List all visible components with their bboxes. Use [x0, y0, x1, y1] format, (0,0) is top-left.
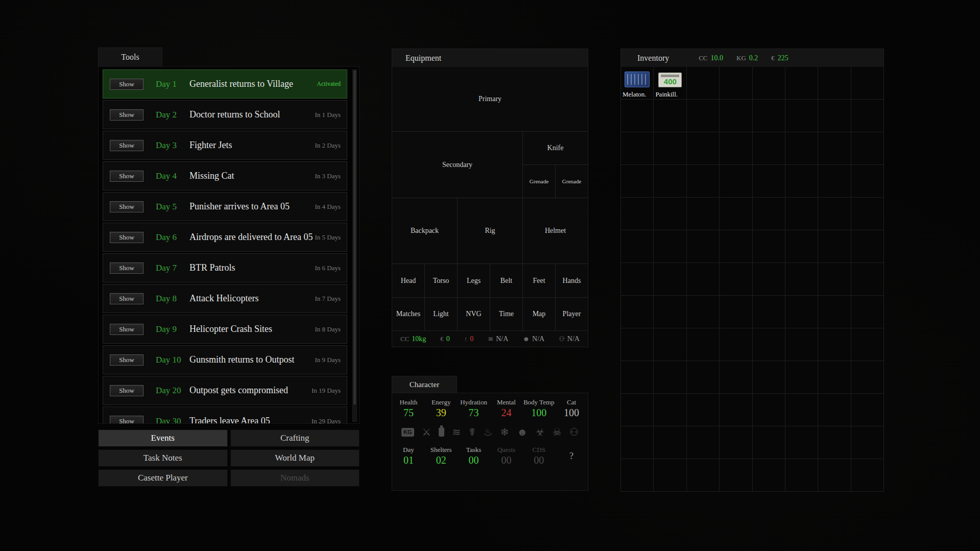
menu-button-crafting[interactable]: Crafting: [230, 429, 360, 447]
inventory-cell[interactable]: [818, 328, 850, 361]
slot-secondary[interactable]: Secondary: [392, 132, 522, 198]
inventory-cell[interactable]: [621, 263, 653, 295]
inventory-cell[interactable]: [851, 426, 883, 459]
inventory-cell[interactable]: [818, 230, 850, 262]
inventory-cell[interactable]: [818, 426, 850, 459]
inventory-cell[interactable]: [851, 328, 883, 361]
event-row[interactable]: ShowDay 6Airdrops are delivered to Area …: [103, 223, 347, 252]
inventory-cell[interactable]: [818, 296, 850, 328]
inventory-cell[interactable]: [654, 328, 686, 361]
inventory-cell[interactable]: [654, 198, 686, 230]
slot-head[interactable]: Head: [392, 264, 424, 297]
slot-helmet[interactable]: Helmet: [523, 198, 588, 263]
help-button[interactable]: ?: [555, 446, 588, 466]
inventory-cell[interactable]: [818, 394, 850, 426]
slot-legs[interactable]: Legs: [458, 264, 490, 297]
inventory-cell[interactable]: [687, 165, 719, 197]
tools-tab[interactable]: Tools: [98, 47, 162, 66]
slot-map[interactable]: Map: [523, 298, 555, 330]
event-row[interactable]: ShowDay 2Doctor returns to SchoolIn 1 Da…: [103, 100, 347, 129]
inventory-cell[interactable]: [654, 263, 686, 295]
inventory-cell[interactable]: [851, 230, 883, 262]
inventory-cell[interactable]: [720, 361, 752, 393]
inventory-cell[interactable]: [818, 198, 850, 230]
inventory-cell[interactable]: [818, 67, 850, 99]
inventory-cell[interactable]: [621, 165, 653, 197]
inventory-cell[interactable]: [851, 100, 883, 132]
inventory-cell[interactable]: [753, 426, 785, 459]
inventory-cell[interactable]: [687, 67, 719, 99]
slot-nvg[interactable]: NVG: [458, 298, 490, 330]
slot-feet[interactable]: Feet: [523, 264, 555, 297]
inventory-cell[interactable]: [851, 459, 883, 491]
inventory-cell[interactable]: [785, 459, 818, 491]
inventory-cell[interactable]: [654, 132, 686, 164]
inventory-cell[interactable]: [818, 459, 850, 491]
event-row[interactable]: ShowDay 4Missing CatIn 3 Days: [103, 161, 347, 190]
event-row[interactable]: ShowDay 8Attack HelicoptersIn 7 Days: [103, 284, 347, 313]
show-button[interactable]: Show: [110, 109, 144, 121]
inventory-cell[interactable]: [785, 100, 818, 132]
event-row[interactable]: ShowDay 3Fighter JetsIn 2 Days: [103, 131, 347, 160]
slot-hands[interactable]: Hands: [556, 264, 588, 297]
inventory-cell[interactable]: [687, 328, 719, 361]
inventory-cell[interactable]: [753, 132, 785, 164]
inventory-cell[interactable]: [720, 165, 752, 197]
inventory-item-painkill-[interactable]: 400Painkill.: [654, 67, 686, 99]
inventory-cell[interactable]: [753, 394, 785, 426]
inventory-cell[interactable]: [687, 361, 719, 393]
slot-primary[interactable]: Primary: [392, 67, 588, 131]
show-button[interactable]: Show: [110, 293, 144, 304]
inventory-cell[interactable]: [785, 132, 818, 164]
event-row[interactable]: ShowDay 9Helicopter Crash SitesIn 8 Days: [103, 315, 347, 344]
inventory-cell[interactable]: [621, 230, 653, 262]
inventory-cell[interactable]: [818, 361, 850, 393]
slot-belt[interactable]: Belt: [490, 264, 522, 297]
inventory-cell[interactable]: [621, 328, 653, 361]
menu-button-task-notes[interactable]: Task Notes: [98, 449, 228, 467]
inventory-cell[interactable]: [687, 100, 719, 132]
inventory-cell[interactable]: [785, 198, 818, 230]
inventory-cell[interactable]: [654, 459, 686, 491]
inventory-cell[interactable]: [621, 394, 653, 426]
events-scrollbar-thumb[interactable]: [353, 70, 356, 404]
inventory-cell[interactable]: [851, 361, 883, 393]
inventory-cell[interactable]: [687, 459, 719, 491]
inventory-cell[interactable]: [753, 296, 785, 328]
event-row[interactable]: ShowDay 7BTR PatrolsIn 6 Days: [103, 253, 347, 282]
slot-torso[interactable]: Torso: [425, 264, 457, 297]
inventory-cell[interactable]: [785, 426, 818, 459]
inventory-cell[interactable]: [720, 198, 752, 230]
inventory-cell[interactable]: [654, 361, 686, 393]
inventory-cell[interactable]: [753, 165, 785, 197]
inventory-cell[interactable]: [654, 100, 686, 132]
inventory-cell[interactable]: [621, 132, 653, 164]
inventory-cell[interactable]: [785, 263, 818, 295]
inventory-cell[interactable]: [687, 230, 719, 262]
inventory-cell[interactable]: [687, 132, 719, 164]
menu-button-world-map[interactable]: World Map: [230, 449, 360, 467]
inventory-cell[interactable]: [851, 165, 883, 197]
inventory-cell[interactable]: [753, 328, 785, 361]
show-button[interactable]: Show: [110, 140, 144, 151]
show-button[interactable]: Show: [110, 385, 144, 396]
menu-button-casette-player[interactable]: Casette Player: [98, 469, 228, 487]
show-button[interactable]: Show: [110, 201, 144, 212]
inventory-cell[interactable]: [720, 100, 752, 132]
inventory-cell[interactable]: [785, 296, 818, 328]
inventory-cell[interactable]: [720, 328, 752, 361]
inventory-cell[interactable]: [720, 459, 752, 491]
show-button[interactable]: Show: [110, 416, 144, 424]
slot-grenade-2[interactable]: Grenade: [556, 165, 588, 198]
inventory-cell[interactable]: [621, 296, 653, 328]
inventory-cell[interactable]: [621, 198, 653, 230]
inventory-cell[interactable]: [785, 394, 818, 426]
event-row[interactable]: ShowDay 30Traders leave Area 05In 29 Day…: [103, 406, 347, 424]
slot-matches[interactable]: Matches: [392, 298, 424, 330]
show-button[interactable]: Show: [110, 262, 144, 274]
slot-light[interactable]: Light: [425, 298, 457, 330]
menu-button-events[interactable]: Events: [98, 429, 228, 447]
inventory-cell[interactable]: [654, 426, 686, 459]
inventory-cell[interactable]: [785, 361, 818, 393]
inventory-cell[interactable]: [720, 263, 752, 295]
